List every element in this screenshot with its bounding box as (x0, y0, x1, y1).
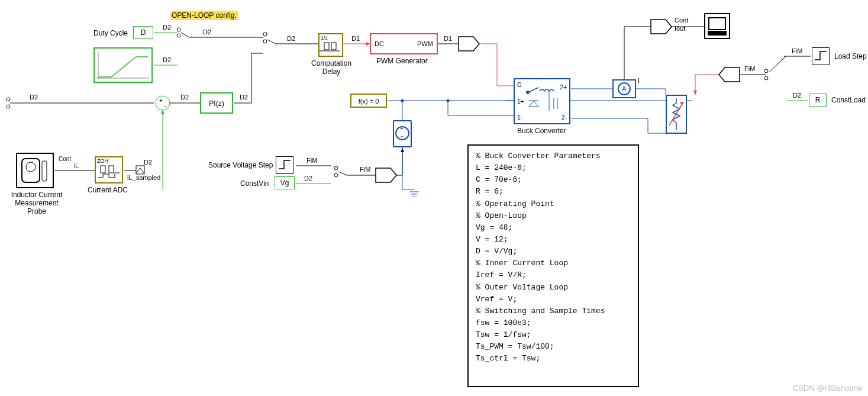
svg-text:FiM: FiM (792, 47, 802, 54)
svg-text:D2: D2 (144, 159, 152, 166)
svg-rect-91 (331, 43, 336, 50)
svg-text:A: A (622, 85, 627, 92)
pwm-generator-caption: PWM Generator (376, 57, 428, 65)
variable-resistor-block[interactable] (666, 95, 687, 134)
svg-rect-110 (709, 18, 725, 30)
probe-caption: Inductor Current Measurement Probe (7, 191, 66, 215)
svg-text:−: − (164, 104, 167, 110)
svg-text:FiM: FiM (360, 166, 370, 173)
svg-text:D2: D2 (793, 92, 801, 99)
svg-text:D2: D2 (163, 24, 171, 31)
svg-text:D2: D2 (203, 28, 211, 36)
buck-converter-block[interactable]: G 1+ 1- 2+ 2- (514, 78, 570, 124)
inductor-current-probe-block[interactable] (16, 153, 54, 188)
svg-line-50 (338, 172, 347, 175)
scope-block[interactable] (704, 13, 730, 39)
svg-text:FiM: FiM (744, 65, 755, 72)
duty-cycle-constant-block[interactable]: D (133, 26, 153, 39)
svg-rect-90 (324, 43, 329, 50)
controlled-voltage-source-block[interactable]: + - (393, 120, 412, 147)
svg-rect-111 (708, 31, 727, 36)
svg-marker-86 (719, 67, 740, 82)
svg-text:D2: D2 (30, 94, 38, 101)
scope-iout-label: Iout (675, 25, 685, 32)
svg-rect-98 (42, 161, 47, 181)
svg-marker-104 (529, 101, 538, 107)
svg-point-48 (334, 166, 338, 170)
svg-text:iL: iL (74, 163, 79, 169)
svg-text:D2: D2 (163, 56, 171, 63)
current-adc-block[interactable]: ZOH (95, 156, 123, 183)
pwm-generator-block[interactable]: DC PWM (370, 33, 438, 54)
adc-caption: Current ADC (88, 186, 128, 194)
parameters-code-annotation: % Buck Converter Parameters L = 240e-6; … (467, 144, 639, 387)
svg-point-49 (334, 173, 338, 177)
vg-constant-block[interactable]: Vg (275, 176, 295, 189)
constvin-label: ConstVin (240, 179, 269, 188)
const-load-label: ConstLoad (831, 96, 866, 104)
svg-point-82 (764, 76, 768, 80)
svg-text:-: - (401, 132, 403, 140)
ramp-signal-block[interactable] (93, 47, 153, 83)
svg-point-14 (263, 40, 267, 43)
svg-marker-29 (459, 37, 479, 51)
svg-point-30 (156, 96, 170, 110)
svg-rect-100 (109, 166, 114, 173)
ammeter-block[interactable]: A (612, 79, 636, 98)
svg-text:D2: D2 (240, 94, 248, 101)
svg-line-8 (181, 33, 189, 37)
source-voltage-step-block[interactable] (276, 156, 293, 174)
svg-text:+: + (400, 125, 404, 132)
svg-text:D1: D1 (444, 35, 452, 42)
svg-line-112 (669, 102, 683, 125)
buck-caption: Buck Converter (517, 127, 566, 135)
svg-line-102 (528, 88, 538, 92)
r-constant-block[interactable]: R (809, 94, 827, 107)
watermark: CSDN @HBisnotme (793, 384, 862, 392)
computation-delay-block[interactable]: 1/z (318, 33, 343, 57)
svg-point-1 (7, 105, 10, 108)
svg-text:D1: D1 (351, 35, 360, 42)
svg-line-16 (267, 40, 276, 44)
computation-delay-caption: Computation Delay (311, 59, 352, 76)
svg-text:D2: D2 (180, 94, 189, 101)
svg-rect-99 (101, 166, 105, 173)
svg-text:+: + (159, 97, 163, 104)
svg-text:D2: D2 (304, 175, 312, 182)
il-sampled-label: iL_sampled (127, 174, 160, 181)
load-step-label: Load Step (834, 52, 867, 60)
open-loop-config-label: OPEN-LOOP config. (170, 11, 238, 20)
pi-controller-block[interactable]: PI(z) (200, 92, 233, 114)
svg-point-7 (177, 34, 180, 37)
svg-point-81 (764, 69, 768, 73)
svg-text:Cont: Cont (59, 156, 71, 162)
svg-rect-43 (136, 166, 144, 174)
ammeter-port-i: I (638, 77, 640, 84)
load-step-block[interactable] (812, 47, 830, 65)
pwm-out-label: PWM (417, 40, 433, 47)
svg-text:D2: D2 (287, 35, 295, 42)
svg-point-6 (177, 28, 180, 31)
svg-point-97 (26, 162, 36, 172)
duty-cycle-label: Duty Cycle (93, 29, 128, 37)
pwm-in-label: DC (375, 40, 384, 47)
svg-marker-36 (161, 110, 164, 114)
svg-point-0 (7, 98, 10, 101)
svg-point-13 (263, 33, 267, 36)
source-voltage-step-label: Source Voltage Step (208, 161, 273, 169)
svg-line-83 (769, 56, 786, 72)
solver-config-block[interactable]: f(x) = 0 (350, 94, 387, 108)
adc-zoh-label: ZOH (96, 157, 122, 165)
svg-text:FiM: FiM (306, 157, 317, 164)
svg-marker-87 (693, 91, 697, 95)
svg-marker-75 (651, 20, 672, 34)
svg-marker-53 (376, 168, 396, 182)
scope-cont-label: Cont (675, 17, 688, 24)
